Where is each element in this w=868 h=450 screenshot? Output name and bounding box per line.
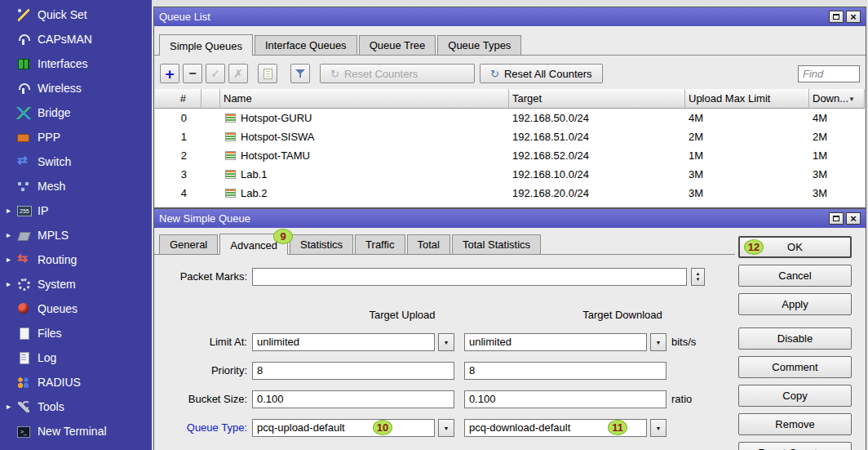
sidebar-item-wireless[interactable]: Wireless bbox=[0, 76, 152, 100]
sidebar-item-switch[interactable]: Switch bbox=[0, 149, 152, 174]
simple-queue-icon bbox=[225, 132, 236, 141]
priority-upload-field[interactable]: 8 bbox=[252, 362, 454, 380]
find-input[interactable] bbox=[798, 65, 860, 82]
bucket-size-label: Bucket Size: bbox=[154, 390, 247, 408]
sidebar-item-mpls[interactable]: MPLS bbox=[0, 223, 152, 247]
filter-button[interactable] bbox=[290, 64, 310, 83]
dialog-titlebar[interactable]: New Simple Queue bbox=[154, 209, 866, 228]
sidebar-item-mesh[interactable]: Mesh bbox=[0, 174, 152, 198]
tab-queue-tree[interactable]: Queue Tree bbox=[359, 35, 436, 55]
sidebar-item-radius[interactable]: RADIUS bbox=[0, 370, 152, 394]
sidebar-item-system[interactable]: System bbox=[0, 272, 152, 296]
comment-button[interactable]: Comment bbox=[738, 356, 852, 378]
files-icon bbox=[16, 327, 31, 340]
table-row[interactable]: 4 Lab.2 192.168.20.0/24 3M 3M bbox=[155, 184, 865, 203]
queue-type-upload-field[interactable]: pcq-upload-default bbox=[252, 419, 435, 437]
packet-marks-updown-button[interactable] bbox=[691, 268, 705, 286]
tools-icon bbox=[16, 401, 31, 413]
queue-table: # Name Target Upload Max Limit Down... 0… bbox=[155, 89, 865, 207]
disable-button[interactable]: Disable bbox=[738, 327, 852, 350]
queue-type-upload-dropdown-button[interactable] bbox=[438, 419, 454, 437]
cancel-button[interactable]: Cancel bbox=[738, 265, 852, 287]
sidebar-item-label: PPP bbox=[38, 131, 60, 144]
queue-target: 192.168.10.0/24 bbox=[509, 165, 685, 184]
row-number: 1 bbox=[155, 127, 202, 146]
tab-simple-queues[interactable]: Simple Queues bbox=[159, 34, 253, 56]
sidebar-item-label: IP bbox=[38, 204, 48, 217]
tab-queue-types[interactable]: Queue Types bbox=[437, 35, 521, 55]
sidebar-item-files[interactable]: Files bbox=[0, 321, 152, 345]
reset-counters-icon bbox=[330, 68, 339, 80]
sort-descending-icon[interactable] bbox=[848, 89, 855, 109]
sidebar-item-routing[interactable]: Routing bbox=[0, 247, 152, 272]
sidebar-item-label: Quick Set bbox=[38, 8, 87, 21]
sidebar-item-ppp[interactable]: PPP bbox=[0, 125, 152, 149]
tab-general[interactable]: General bbox=[159, 234, 218, 254]
bucket-size-download-field[interactable]: 0.100 bbox=[464, 390, 666, 408]
column-header-number[interactable]: # bbox=[155, 89, 202, 109]
reset-all-counters-button[interactable]: Reset All Counters bbox=[480, 64, 603, 83]
terminal-icon bbox=[16, 425, 31, 438]
limit-at-download-dropdown-button[interactable] bbox=[650, 333, 666, 351]
reset-counters-button[interactable]: Reset Counters bbox=[738, 442, 852, 450]
row-number: 2 bbox=[155, 146, 202, 165]
disable-button[interactable] bbox=[228, 64, 248, 83]
ok-label: OK bbox=[787, 241, 803, 253]
sidebar-item-label: Interfaces bbox=[38, 57, 87, 70]
tab-traffic[interactable]: Traffic bbox=[355, 234, 405, 254]
limit-at-download-field[interactable]: unlimited bbox=[464, 333, 647, 351]
limit-at-upload-field[interactable]: unlimited bbox=[252, 333, 435, 351]
sidebar-item-interfaces[interactable]: Interfaces bbox=[0, 51, 152, 76]
submenu-arrow-icon bbox=[7, 394, 16, 419]
tab-statistics[interactable]: Statistics bbox=[290, 234, 353, 254]
table-row[interactable]: 0 Hotspot-GURU 192.168.50.0/24 4M 4M bbox=[155, 109, 865, 127]
restore-button[interactable] bbox=[829, 11, 844, 23]
close-icon bbox=[850, 213, 857, 225]
sidebar-item-queues[interactable]: Queues bbox=[0, 296, 152, 321]
sidebar-item-new-terminal[interactable]: New Terminal bbox=[0, 419, 152, 443]
queue-list-window: Queue List Simple Queues Interface Queue… bbox=[153, 7, 866, 208]
sidebar-item-bridge[interactable]: Bridge bbox=[0, 100, 152, 125]
limit-at-upload-dropdown-button[interactable] bbox=[438, 333, 454, 351]
tab-interface-queues[interactable]: Interface Queues bbox=[255, 35, 357, 55]
ok-button[interactable]: 12 OK bbox=[738, 236, 852, 258]
dialog-close-button[interactable] bbox=[846, 212, 861, 225]
comment-button[interactable] bbox=[258, 64, 277, 83]
row-flags bbox=[202, 184, 220, 203]
sidebar-item-label: Switch bbox=[38, 155, 71, 168]
remove-button[interactable] bbox=[183, 64, 202, 83]
sidebar-item-ip[interactable]: IP bbox=[0, 198, 152, 223]
queue-name: Lab.1 bbox=[241, 165, 268, 184]
close-button[interactable] bbox=[846, 11, 861, 23]
sidebar-item-label: Files bbox=[38, 327, 62, 340]
bucket-size-upload-field[interactable]: 0.100 bbox=[252, 390, 454, 408]
tab-total[interactable]: Total bbox=[407, 234, 450, 254]
packet-marks-field[interactable] bbox=[252, 268, 687, 286]
sidebar-item-log[interactable]: Log bbox=[0, 345, 152, 370]
column-header-download-max-limit[interactable]: Down... bbox=[809, 89, 865, 109]
system-gear-icon bbox=[16, 278, 31, 291]
sidebar-item-tools[interactable]: Tools bbox=[0, 394, 152, 419]
priority-download-field[interactable]: 8 bbox=[464, 362, 666, 380]
table-row[interactable]: 1 Hotspot-SISWA 192.168.51.0/24 2M 2M bbox=[155, 127, 865, 146]
sidebar-item-quick-set[interactable]: Quick Set bbox=[0, 2, 152, 27]
table-row[interactable]: 2 Hotspot-TAMU 192.168.52.0/24 1M 1M bbox=[155, 146, 865, 165]
reset-counters-button[interactable]: Reset Counters bbox=[320, 64, 475, 83]
sidebar-item-capsman[interactable]: CAPsMAN bbox=[0, 27, 152, 51]
add-button[interactable] bbox=[160, 64, 179, 83]
column-header-name[interactable]: Name bbox=[220, 89, 509, 109]
table-row[interactable]: 3 Lab.1 192.168.10.0/24 3M 3M bbox=[155, 165, 865, 184]
packet-marks-label: Packet Marks: bbox=[154, 268, 247, 286]
tab-total-statistics[interactable]: Total Statistics bbox=[452, 234, 541, 254]
apply-button[interactable]: Apply bbox=[738, 293, 852, 315]
restore-icon bbox=[833, 216, 839, 221]
column-header-flags[interactable] bbox=[202, 89, 220, 109]
remove-button[interactable]: Remove bbox=[738, 413, 852, 435]
column-header-upload-max-limit[interactable]: Upload Max Limit bbox=[685, 89, 809, 109]
queue-type-download-dropdown-button[interactable] bbox=[650, 419, 666, 437]
copy-button[interactable]: Copy bbox=[738, 385, 852, 407]
dialog-restore-button[interactable] bbox=[829, 212, 844, 225]
column-header-target[interactable]: Target bbox=[509, 89, 685, 109]
enable-button[interactable] bbox=[206, 64, 225, 83]
queue-list-titlebar[interactable]: Queue List bbox=[154, 7, 866, 26]
